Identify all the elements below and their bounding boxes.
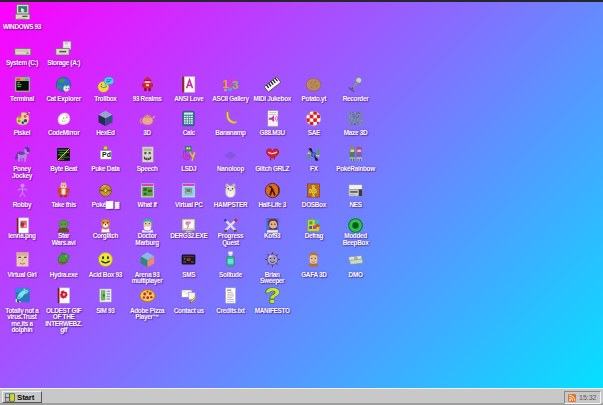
svg-text:X: X: [312, 193, 315, 198]
svg-text:Pd: Pd: [102, 151, 111, 158]
svg-text:3: 3: [232, 78, 239, 91]
svg-text:?: ?: [264, 287, 280, 304]
